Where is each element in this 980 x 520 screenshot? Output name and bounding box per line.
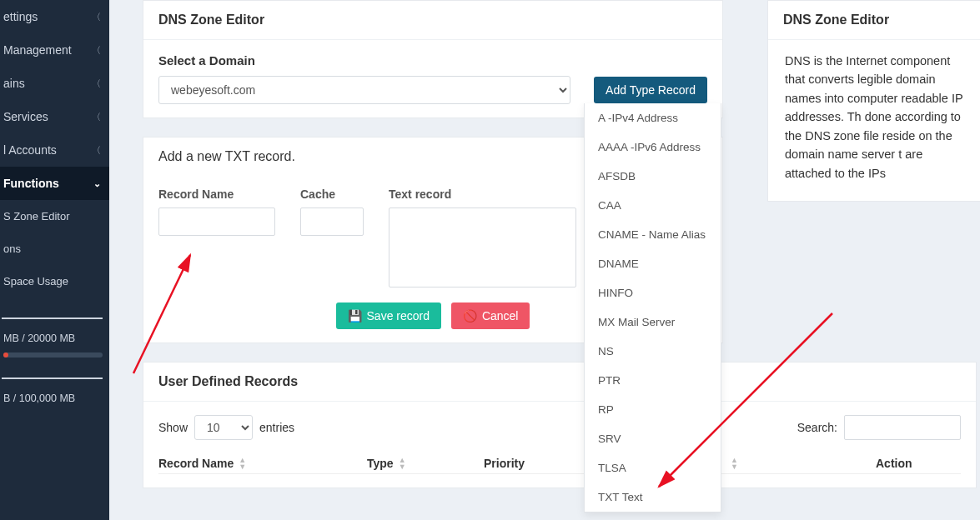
sidebar-item-label: ettings bbox=[3, 10, 38, 23]
record-type-option[interactable]: HINFO bbox=[585, 278, 721, 308]
chevron-left-icon: 〈 bbox=[92, 11, 101, 23]
th-type[interactable]: Type ▲▼ bbox=[367, 457, 484, 470]
chevron-left-icon: 〈 bbox=[92, 111, 101, 123]
sidebar-item-domains[interactable]: ains 〈 bbox=[0, 67, 109, 100]
record-type-option[interactable]: CNAME - Name Alias bbox=[585, 220, 721, 249]
sidebar-item-management[interactable]: Management 〈 bbox=[0, 33, 109, 67]
record-type-option[interactable]: AAAA -IPv6 Address bbox=[585, 132, 721, 162]
help-panel-column: DNS Zone Editor DNS is the Internet comp… bbox=[767, 0, 980, 220]
sidebar-item-accounts[interactable]: l Accounts 〈 bbox=[0, 133, 109, 167]
button-label: Add Type Record bbox=[606, 83, 696, 97]
record-name-label: Record Name bbox=[158, 188, 275, 201]
sort-icon: ▲▼ bbox=[399, 457, 406, 470]
record-type-option[interactable]: MX Mail Server bbox=[585, 308, 721, 337]
cache-input[interactable] bbox=[300, 208, 364, 236]
th-action: Action bbox=[876, 457, 942, 470]
record-type-option[interactable]: TLSA bbox=[585, 453, 721, 482]
record-name-input[interactable] bbox=[158, 208, 275, 236]
th-record-name[interactable]: Record Name ▲▼ bbox=[158, 457, 367, 470]
panel-user-defined-records: User Defined Records Show 10 entries Sea… bbox=[143, 362, 977, 488]
record-type-option[interactable]: AFSDB bbox=[585, 162, 721, 191]
button-label: Save record bbox=[367, 309, 430, 322]
add-type-record-button[interactable]: Add Type Record bbox=[594, 77, 707, 103]
record-type-option[interactable]: DNAME bbox=[585, 249, 721, 278]
divider bbox=[2, 378, 103, 379]
record-type-dropdown: A -IPv4 AddressAAAA -IPv6 AddressAFSDBCA… bbox=[584, 103, 721, 512]
sidebar-item-label: Management bbox=[3, 43, 72, 57]
sidebar-sub-space-usage[interactable]: Space Usage bbox=[0, 265, 109, 298]
record-type-option[interactable]: CAA bbox=[585, 191, 721, 220]
record-type-option[interactable]: SRV bbox=[585, 424, 721, 453]
help-panel-body: DNS is the Internet component that conve… bbox=[768, 40, 980, 201]
button-label: Cancel bbox=[482, 309, 519, 322]
sidebar-item-settings[interactable]: ettings 〈 bbox=[0, 0, 109, 33]
sidebar-item-functions[interactable]: Functions ⌄ bbox=[0, 167, 109, 200]
cancel-icon: 🚫 bbox=[463, 309, 477, 322]
text-record-label: Text record bbox=[389, 188, 576, 201]
text-record-input[interactable] bbox=[389, 208, 576, 288]
chevron-left-icon: 〈 bbox=[92, 44, 101, 57]
sidebar-item-label: Services bbox=[3, 110, 48, 123]
record-type-option[interactable]: RP bbox=[585, 395, 721, 424]
record-type-option[interactable]: PTR bbox=[585, 366, 721, 395]
help-panel-title: DNS Zone Editor bbox=[768, 1, 980, 40]
sort-icon: ▲▼ bbox=[731, 457, 738, 470]
cache-label: Cache bbox=[300, 188, 364, 201]
entries-select[interactable]: 10 bbox=[194, 415, 253, 440]
show-label: Show bbox=[158, 421, 188, 434]
search-input[interactable] bbox=[844, 415, 961, 440]
panel-dns-zone-editor: DNS Zone Editor Select a Domain webeyeso… bbox=[143, 0, 723, 118]
domain-select[interactable]: webeyesoft.com bbox=[158, 76, 570, 104]
entries-label: entries bbox=[259, 421, 294, 434]
entries-selector: Show 10 entries bbox=[158, 415, 294, 440]
panel-title: User Defined Records bbox=[143, 362, 976, 402]
sidebar-sub-ons[interactable]: ons bbox=[0, 232, 109, 265]
search-label: Search: bbox=[797, 421, 837, 434]
disk-usage-label: MB / 20000 MB bbox=[0, 326, 109, 348]
save-icon: 💾 bbox=[348, 309, 362, 322]
bandwidth-usage-label: B / 100,000 MB bbox=[0, 386, 109, 408]
record-type-option[interactable]: NS bbox=[585, 337, 721, 366]
select-domain-label: Select a Domain bbox=[158, 53, 707, 68]
sidebar-item-services[interactable]: Services 〈 bbox=[0, 100, 109, 133]
save-record-button[interactable]: 💾 Save record bbox=[336, 302, 441, 329]
th-spacer: ▲▼ bbox=[726, 457, 876, 470]
cancel-button[interactable]: 🚫 Cancel bbox=[451, 302, 530, 329]
sidebar-item-label: Functions bbox=[3, 177, 59, 190]
sidebar-item-label: l Accounts bbox=[3, 143, 57, 157]
chevron-left-icon: 〈 bbox=[92, 78, 101, 90]
chevron-left-icon: 〈 bbox=[92, 144, 101, 157]
records-table-header: Record Name ▲▼ Type ▲▼ Priority ▲▼ Actio… bbox=[158, 448, 961, 474]
disk-usage-bar bbox=[3, 352, 103, 358]
record-type-option[interactable]: TXT Text bbox=[585, 482, 721, 512]
panel-title: DNS Zone Editor bbox=[143, 1, 722, 40]
chevron-down-icon: ⌄ bbox=[93, 178, 101, 189]
sidebar-item-label: ains bbox=[3, 77, 25, 90]
sort-icon: ▲▼ bbox=[239, 457, 246, 470]
record-type-option[interactable]: A -IPv4 Address bbox=[585, 103, 721, 132]
sidebar: ettings 〈 Management 〈 ains 〈 Services 〈… bbox=[0, 0, 109, 520]
divider bbox=[2, 318, 103, 319]
sidebar-sub-dns-zone-editor[interactable]: S Zone Editor bbox=[0, 200, 109, 232]
